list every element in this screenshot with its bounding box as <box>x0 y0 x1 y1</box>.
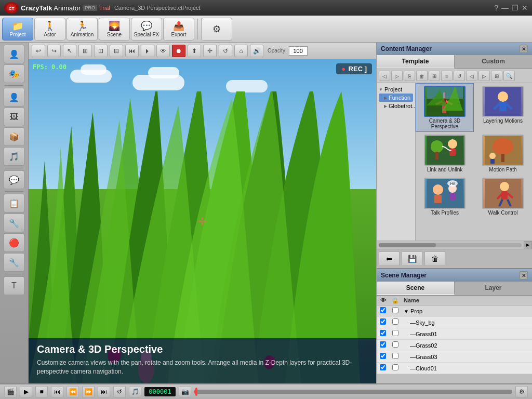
scene-manager-close[interactable]: ✕ <box>520 271 528 280</box>
vis-cloud01[interactable] <box>377 364 389 372</box>
tl-prev-btn[interactable]: ⏮ <box>51 386 63 397</box>
undo-btn[interactable]: ↩ <box>32 45 45 57</box>
tab-scene[interactable]: 🌄 Scene <box>99 18 130 41</box>
grid-item-walk[interactable]: Walk Control <box>474 175 532 218</box>
rotate-btn[interactable]: ↺ <box>219 45 232 57</box>
home-btn[interactable]: ⌂ <box>234 45 248 57</box>
svg-point-43 <box>500 182 509 191</box>
lock-cloud01[interactable] <box>389 364 402 372</box>
cm-fwd-btn[interactable]: ▷ <box>391 71 403 81</box>
tab-specialfx[interactable]: 💬 Special FX <box>131 18 162 41</box>
tl-settings-btn[interactable]: ⚙ <box>515 386 528 397</box>
grid-item-talk[interactable]: Hi! Talk Profiles <box>416 175 474 218</box>
vis-grass01[interactable] <box>377 330 389 338</box>
opacity-input[interactable] <box>289 46 308 56</box>
cm-search-btn[interactable]: ⊞ <box>429 71 440 81</box>
cm-list-btn[interactable]: ≡ <box>441 71 453 81</box>
tree-item-project[interactable]: ▼ Project <box>379 85 413 94</box>
record-btn[interactable]: ⏺ <box>172 45 185 57</box>
cm-prev-btn[interactable]: ◁ <box>466 71 477 81</box>
tab-project[interactable]: 📁 Project <box>2 18 33 41</box>
audio-btn[interactable]: 🔊 <box>250 45 263 57</box>
text2-tool-btn[interactable]: T <box>4 276 24 295</box>
redo-btn[interactable]: ↪ <box>47 45 61 57</box>
tl-audio-btn[interactable]: 🎵 <box>129 386 141 397</box>
vis-grass03[interactable] <box>377 353 389 361</box>
tree-item-function[interactable]: ▶ Function <box>379 94 413 102</box>
tl-stop-btn[interactable]: ■ <box>35 386 48 397</box>
settings-btn[interactable]: ⚙ <box>201 18 232 41</box>
lock-prop[interactable] <box>389 307 402 315</box>
paint-tool-btn[interactable]: 🔧 <box>4 214 24 232</box>
cm-delete-btn[interactable]: 🗑 <box>416 71 428 81</box>
cm-filter-btn[interactable]: 🔍 <box>503 71 515 81</box>
music-tool-btn[interactable]: 🎵 <box>4 147 24 166</box>
tl-filmstrip-btn[interactable]: 🎬 <box>4 386 17 397</box>
grid-label-layering: Layering Motions <box>483 118 523 124</box>
maximize-btn[interactable]: ❐ <box>512 4 518 12</box>
up-btn[interactable]: ⬆ <box>188 45 201 57</box>
progress-bar[interactable] <box>194 390 512 394</box>
tl-loop-btn[interactable]: ↺ <box>113 386 126 397</box>
cm-foot-delete[interactable]: 🗑 <box>424 251 445 266</box>
sm-row-sky: —Sky_bg <box>377 317 532 328</box>
frame-btn[interactable]: ⏮ <box>125 45 139 57</box>
cm-back-btn[interactable]: ◁ <box>379 71 390 81</box>
view-btn[interactable]: ⊟ <box>110 45 123 57</box>
tab-animation[interactable]: 🏃 Animation <box>66 18 98 41</box>
tl-play-btn[interactable]: ▶ <box>20 386 32 397</box>
tab-scene-sm[interactable]: Scene <box>377 282 455 295</box>
text-tool-btn[interactable]: 💬 <box>4 170 24 189</box>
select-btn[interactable]: ↖ <box>63 45 76 57</box>
tab-template[interactable]: Template <box>377 55 455 69</box>
cm-refresh-btn[interactable]: ↺ <box>454 71 465 81</box>
minimize-btn[interactable]: — <box>501 4 509 12</box>
tl-camera-btn[interactable]: 📷 <box>179 386 191 397</box>
lock-grass01[interactable] <box>389 330 402 338</box>
move-tool-btn[interactable]: 🎭 <box>4 64 24 83</box>
cm-foot-back[interactable]: ⬅ <box>379 251 400 266</box>
tab-layer-sm[interactable]: Layer <box>455 282 532 295</box>
eraser-tool-btn[interactable]: 🔴 <box>4 233 24 252</box>
vis-grass02[interactable] <box>377 341 389 349</box>
eye-btn[interactable]: 👁 <box>156 45 170 57</box>
prop-tool-btn[interactable]: 🖼 <box>4 108 24 126</box>
window-controls[interactable]: ? — ❐ ✕ <box>494 4 528 12</box>
progress-handle[interactable] <box>195 388 197 396</box>
tl-end-btn[interactable]: ⏭ <box>98 386 110 397</box>
vis-sky[interactable] <box>377 318 389 326</box>
grid-item-layering[interactable]: Layering Motions <box>474 83 532 132</box>
close-btn[interactable]: ✕ <box>522 4 528 12</box>
scroll-right-btn[interactable]: ▶ <box>524 241 532 249</box>
move-btn[interactable]: ✛ <box>203 45 217 57</box>
cm-next-btn[interactable]: ▷ <box>478 71 490 81</box>
transform-btn[interactable]: ⊞ <box>78 45 92 57</box>
lock-grass03[interactable] <box>389 353 402 361</box>
extra-tool-btn[interactable]: 🔧 <box>4 253 24 272</box>
cm-scrollbar[interactable]: ▶ <box>377 241 532 249</box>
cm-grid-btn[interactable]: ⊞ <box>491 71 502 81</box>
vis-prop[interactable] <box>377 307 389 315</box>
grid-item-3dcam[interactable]: Camera & 3DPerspective <box>416 83 474 132</box>
grid-item-motion[interactable]: Motion Path <box>474 132 532 175</box>
tree-item-globetrot[interactable]: ▶ Globetrot... <box>379 102 413 110</box>
lock-sky[interactable] <box>389 318 402 326</box>
tl-rewind-btn[interactable]: ⏪ <box>66 386 79 397</box>
tl-ffwd-btn[interactable]: ⏩ <box>82 386 95 397</box>
snap-btn[interactable]: ⊡ <box>94 45 108 57</box>
actor-tool-btn[interactable]: 👤 <box>4 88 24 107</box>
tab-custom[interactable]: Custom <box>455 55 532 69</box>
tab-actor[interactable]: 🚶 Actor <box>34 18 65 41</box>
select-tool-btn[interactable]: 👤 <box>4 45 24 63</box>
cm-copy-btn[interactable]: ⎘ <box>404 71 415 81</box>
content-manager-close[interactable]: ✕ <box>520 45 528 53</box>
help-btn[interactable]: ? <box>494 4 498 12</box>
play-btn[interactable]: ⏵ <box>141 45 154 57</box>
grid-item-link[interactable]: Link and Unlink <box>416 132 474 175</box>
scene-tool-btn[interactable]: 📦 <box>4 127 24 146</box>
lock-grass02[interactable] <box>389 341 402 349</box>
layer-tool-btn[interactable]: 📋 <box>4 194 24 212</box>
sm-body: 👁 🔒 Name ▼ Prop <box>377 296 532 383</box>
tab-export[interactable]: 📤 Export <box>163 18 194 41</box>
cm-foot-save[interactable]: 💾 <box>402 251 422 266</box>
